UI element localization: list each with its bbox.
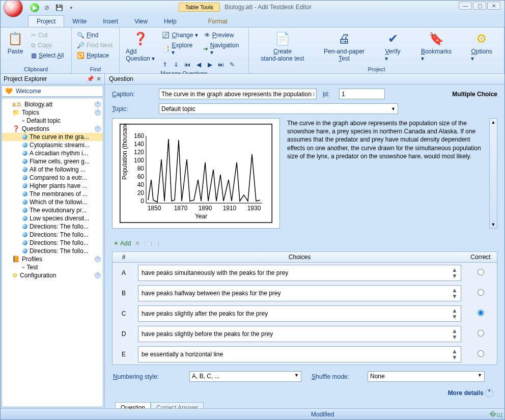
explore-button[interactable]: 📑Explore ▾ <box>160 41 199 57</box>
move-down-icon[interactable]: ↓ <box>157 240 160 247</box>
nav-last-icon[interactable]: ⏭ <box>216 60 226 69</box>
close-button[interactable]: ✕ <box>487 2 500 10</box>
correct-radio[interactable] <box>478 330 484 337</box>
choice-text-input[interactable]: have peaks simultaneously with the peaks… <box>138 265 461 281</box>
spin-down-icon[interactable]: ▼ <box>452 314 458 320</box>
shuffle-select[interactable]: None▼ <box>368 371 485 382</box>
tab-help[interactable]: Help <box>156 16 185 27</box>
project-tree[interactable]: a.b.Biology.att˄ 📁Topics˄ ▫Default topic… <box>2 98 103 407</box>
tab-project[interactable]: Project <box>28 15 64 27</box>
scrollbar[interactable]: ▲▼ <box>489 118 497 229</box>
cut-button[interactable]: ✂Cut <box>29 31 66 40</box>
tab-write[interactable]: Write <box>64 16 95 27</box>
choice-text-input[interactable]: have peaks slightly before the peaks for… <box>138 326 461 342</box>
tree-file[interactable]: a.b.Biology.att˄ <box>2 100 103 108</box>
nav-down-icon[interactable]: ⇓ <box>171 60 181 69</box>
tree-question-item[interactable]: The evolutionary pr... <box>2 206 103 214</box>
bottom-tab-question[interactable]: Question <box>115 402 151 408</box>
bookmarks-button[interactable]: 🔖Bookmarks▾ <box>418 29 455 64</box>
topic-select[interactable]: Default topic▼ <box>159 103 398 114</box>
find-button[interactable]: 🔍Find <box>75 31 115 40</box>
caption-input[interactable] <box>159 89 317 99</box>
maximize-button[interactable]: ▢ <box>473 2 486 10</box>
tree-question-item[interactable]: Directions: The follo... <box>2 247 103 255</box>
find-next-button[interactable]: 🔎Find Next <box>75 41 115 50</box>
navigation-button[interactable]: ➜Navigation ▾ <box>201 41 245 57</box>
more-details-button[interactable]: More details ˅ <box>112 388 497 398</box>
undo-icon[interactable]: ⊘ <box>42 3 51 12</box>
app-menu-orb[interactable] <box>4 0 23 17</box>
qat-dropdown-icon[interactable]: ▼ <box>67 3 76 12</box>
tree-question-item[interactable]: Low species diversit... <box>2 214 103 222</box>
choice-text-input[interactable]: have peaks slightly after the peaks for … <box>138 305 461 322</box>
welcome-bar[interactable]: 🧡Welcome <box>2 86 103 97</box>
tree-question-item[interactable]: Flame cells, green g... <box>2 157 103 165</box>
id-input[interactable] <box>339 89 385 99</box>
minimize-button[interactable]: — <box>459 2 472 10</box>
tree-question-item[interactable]: Which of the followi... <box>2 198 103 206</box>
correct-radio[interactable] <box>478 289 484 296</box>
tree-question-item[interactable]: Cytoplasmic streami... <box>2 141 103 149</box>
nav-prev-icon[interactable]: ◀ <box>193 60 204 69</box>
delete-choice-icon[interactable]: ✕ <box>135 240 140 247</box>
spin-down-icon[interactable]: ▼ <box>452 293 458 299</box>
tree-question-item[interactable]: Directions: The follo... <box>2 231 103 239</box>
pen-paper-button[interactable]: 🖨Pen-and-paperTest <box>321 29 368 64</box>
tree-default-topic[interactable]: ▫Default topic <box>2 117 103 125</box>
tab-view[interactable]: View <box>126 16 156 27</box>
panel-close-icon[interactable]: ✕ <box>96 75 101 82</box>
collapse-icon[interactable]: ˄ <box>95 101 101 107</box>
choice-text-input[interactable]: be essentially a horizontal line▲▼ <box>138 346 461 362</box>
save-icon[interactable]: 💾 <box>54 3 64 12</box>
copy-button[interactable]: ⧉Copy <box>29 41 66 50</box>
tree-question-item[interactable]: All of the following ... <box>2 165 103 174</box>
tab-insert[interactable]: Insert <box>95 16 126 27</box>
pin-icon[interactable]: 📌 <box>87 75 94 82</box>
replace-button[interactable]: 🔁Replace <box>75 51 115 60</box>
move-up-icon[interactable]: ↑ <box>150 240 153 247</box>
tree-question-item[interactable]: The curve in the gra... <box>2 133 103 141</box>
tree-question-item[interactable]: A circadian rhythm i... <box>2 149 103 157</box>
nav-first-icon[interactable]: ⏮ <box>182 60 192 69</box>
preview-button[interactable]: 👁Preview <box>202 31 236 40</box>
nav-next-icon[interactable]: ▶ <box>205 60 215 69</box>
scroll-up-icon[interactable]: ▲ <box>491 120 496 125</box>
tab-format[interactable]: Format <box>200 16 236 27</box>
tree-topics[interactable]: 📁Topics˄ <box>2 108 103 117</box>
expand-icon[interactable]: ˅ <box>95 272 101 278</box>
tree-test[interactable]: ▫Test <box>2 263 103 271</box>
scroll-down-icon[interactable]: ▼ <box>491 222 496 227</box>
run-icon[interactable]: ▶ <box>30 3 39 12</box>
paste-button[interactable]: 📋Paste <box>4 29 27 57</box>
tree-question-item[interactable]: Directions: The follo... <box>2 239 103 247</box>
collapse-icon[interactable]: ˄ <box>95 126 101 132</box>
collapse-icon[interactable]: ˄ <box>95 256 101 262</box>
collapse-icon[interactable]: ˄ <box>95 109 101 116</box>
select-all-button[interactable]: ▦Select All <box>29 51 66 60</box>
correct-radio[interactable] <box>478 310 484 316</box>
tree-profiles[interactable]: 📙Profiles˄ <box>2 255 103 263</box>
options-button[interactable]: ⚙Options▾ <box>468 29 495 64</box>
correct-radio[interactable] <box>478 269 484 275</box>
verify-button[interactable]: ✔Verify▾ <box>381 29 405 64</box>
tree-questions[interactable]: ❓Questions˄ <box>2 125 103 133</box>
spin-down-icon[interactable]: ▼ <box>452 354 458 360</box>
tree-question-item[interactable]: The membranes of ... <box>2 190 103 198</box>
tree-question-item[interactable]: Compared to a eutr... <box>2 174 103 182</box>
tree-question-item[interactable]: Higher plants have ... <box>2 182 103 190</box>
add-choice-button[interactable]: ＋Add <box>113 239 131 247</box>
nav-edit-icon[interactable]: ✎ <box>227 60 237 69</box>
spin-down-icon[interactable]: ▼ <box>452 334 458 340</box>
tree-configuration[interactable]: ⚙Configuration˅ <box>2 271 103 279</box>
choice-text-input[interactable]: have peaks halfway between the peaks for… <box>138 285 461 301</box>
add-question-button[interactable]: ❓AddQuestion ▾ <box>123 29 158 64</box>
numbering-select[interactable]: A, B, C, ...▼ <box>189 371 301 382</box>
nav-up-icon[interactable]: ⇑ <box>160 60 170 69</box>
resize-grip-icon[interactable]: �щ <box>489 410 502 418</box>
tree-question-item[interactable]: Directions: The follo... <box>2 222 103 231</box>
correct-radio[interactable] <box>478 350 484 357</box>
create-standalone-button[interactable]: 📄Createstand-alone test <box>258 29 307 64</box>
bottom-tab-correct[interactable]: Correct Answer <box>151 402 204 408</box>
change-button[interactable]: 🔄Change ▾ <box>160 31 200 40</box>
spin-down-icon[interactable]: ▼ <box>452 273 458 279</box>
